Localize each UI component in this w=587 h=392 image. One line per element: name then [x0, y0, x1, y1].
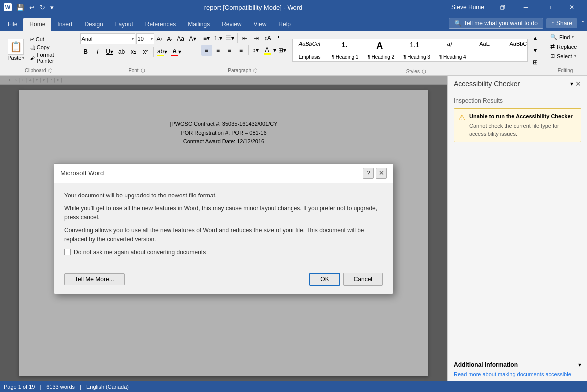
bold-button[interactable]: B [80, 46, 91, 57]
tab-insert[interactable]: Insert [51, 18, 78, 31]
strikethrough-button[interactable]: ab [116, 46, 127, 57]
styles-expand-icon[interactable]: ⬡ [422, 69, 426, 74]
tell-me-input[interactable]: 🔍 Tell me what you want to do [449, 18, 543, 29]
customize-quick-btn[interactable]: ▾ [49, 3, 55, 12]
style-h1[interactable]: A [362, 39, 397, 53]
doc-scroll[interactable]: │ 1 │ 2 │ 3 │ 4 │ 5 │ 6 │ 7 │ 8 │ |PWGSC… [0, 76, 447, 381]
style-h1-label[interactable]: ¶ Heading 1 [327, 53, 363, 61]
additional-header[interactable]: Additional Information ▾ [454, 361, 581, 368]
tab-mailings[interactable]: Mailings [182, 18, 216, 31]
close-btn[interactable]: ✕ [560, 0, 583, 15]
font-expand-icon[interactable]: ⬡ [141, 68, 145, 73]
paragraph-label: Paragraph ⬡ [201, 67, 285, 73]
font-name-selector[interactable]: Arial ▾ [80, 33, 135, 44]
paste-button[interactable]: 📋 Paste▾ [5, 38, 27, 62]
cut-button[interactable]: ✂ Cut [28, 36, 73, 43]
format-painter-button[interactable]: 🖌 Format Painter [28, 51, 73, 64]
collapse-ribbon-btn[interactable]: ⌃ [580, 20, 585, 27]
dialog-title-bar: Microsoft Word ? ✕ [54, 164, 393, 183]
style-emphasis[interactable]: AaBbCcI [293, 39, 327, 53]
align-center-btn[interactable]: ≡ [213, 45, 224, 56]
no-ask-checkbox[interactable] [64, 249, 71, 255]
additional-link[interactable]: Read more about making documents accessi… [454, 371, 581, 377]
style-h4-label[interactable]: ¶ Heading 4 [435, 53, 471, 61]
dialog-close-btn[interactable]: ✕ [376, 168, 387, 179]
save-quick-btn[interactable]: 💾 [15, 3, 26, 12]
select-button[interactable]: ⊡ Select ▾ [548, 52, 582, 60]
increase-font-btn[interactable]: A+ [155, 34, 164, 43]
styles-more-btn[interactable]: ⊞ [530, 57, 541, 68]
tab-layout[interactable]: Layout [109, 18, 139, 31]
decrease-indent-btn[interactable]: ⇤ [239, 33, 250, 44]
tab-file[interactable]: File [2, 18, 23, 31]
text-highlight-btn[interactable]: ab▾ [156, 46, 169, 57]
shading-btn[interactable]: A [262, 45, 273, 56]
style-a[interactable]: a) [432, 39, 467, 53]
numbering-btn[interactable]: 1.▾ [213, 33, 224, 44]
style-aae[interactable]: AaE [467, 39, 502, 53]
superscript-button[interactable]: x² [140, 46, 151, 57]
font-separator [153, 47, 154, 57]
panel-header: Accessibility Checker ▾ ✕ [448, 76, 587, 92]
tab-review[interactable]: Review [216, 18, 247, 31]
language: English (Canada) [86, 384, 129, 390]
increase-indent-btn[interactable]: ⇥ [251, 33, 262, 44]
clipboard-expand-icon[interactable]: ⬡ [48, 68, 53, 73]
find-button[interactable]: 🔍 Find ▾ [548, 33, 582, 41]
style-heading-num[interactable]: 1. [327, 39, 362, 53]
undo-quick-btn[interactable]: ↩ [28, 3, 36, 12]
font-color-btn[interactable]: A▾ [170, 46, 183, 57]
restore-down-btn[interactable] [491, 0, 514, 15]
style-h3-label[interactable]: ¶ Heading 3 [399, 53, 435, 61]
clipboard-right: ✂ Cut ⿻ Copy 🖌 Format Painter [28, 36, 73, 64]
dialog-help-btn[interactable]: ? [363, 168, 374, 179]
styles-down-btn[interactable]: ▼ [530, 45, 541, 56]
line-spacing-btn[interactable]: ↕▾ [250, 45, 261, 56]
redo-quick-btn[interactable]: ↻ [38, 3, 47, 12]
tab-help[interactable]: Help [272, 18, 296, 31]
decrease-font-btn[interactable]: A- [165, 34, 174, 43]
font-size-selector[interactable]: 10 ▾ [136, 33, 154, 44]
maximize-btn[interactable]: □ [537, 0, 560, 15]
style-h2-label[interactable]: ¶ Heading 2 [363, 53, 399, 61]
tab-design[interactable]: Design [78, 18, 109, 31]
styles-up-btn[interactable]: ▲ [530, 33, 541, 44]
paragraph-expand-icon[interactable]: ⬡ [253, 68, 258, 73]
copy-button[interactable]: ⿻ Copy [28, 44, 73, 51]
style-h11[interactable]: 1.1 [397, 39, 432, 53]
multilevel-btn[interactable]: ☰▾ [224, 33, 236, 44]
panel-dropdown-icon[interactable]: ▾ [570, 80, 573, 87]
title-bar-right: Steve Hume ─ □ ✕ [451, 0, 583, 15]
justify-btn[interactable]: ≡ [236, 45, 247, 56]
panel-body: Inspection Results ⚠ Unable to run the A… [448, 92, 587, 357]
tab-references[interactable]: References [139, 18, 182, 31]
sort-btn[interactable]: ↕A [262, 33, 273, 44]
style-emphasis-label[interactable]: Emphasis [293, 53, 327, 61]
tab-home[interactable]: Home [23, 18, 51, 31]
underline-button[interactable]: U▾ [104, 46, 115, 57]
share-button[interactable]: ↑ Share [546, 18, 577, 28]
ok-button[interactable]: OK [309, 273, 340, 286]
italic-button[interactable]: I [92, 46, 103, 57]
style-aabbcc[interactable]: AaBbCc [502, 39, 528, 53]
paragraph-group: ≡▾ 1.▾ ☰▾ ⇤ ⇥ ↕A ¶ ≡ ≡ ≡ ≡ ↕▾ A ▾ ⊞▾ [198, 32, 288, 74]
ribbon-toolbar: 📋 Paste▾ ✂ Cut ⿻ Copy 🖌 Format Painter [0, 31, 587, 76]
align-left-btn[interactable]: ≡ [201, 45, 212, 56]
minimize-btn[interactable]: ─ [514, 0, 537, 15]
borders-btn[interactable]: ⊞▾ [277, 45, 288, 56]
subscript-button[interactable]: x₂ [128, 46, 139, 57]
page-count: Page 1 of 19 [4, 384, 35, 390]
para-sep1 [237, 33, 238, 43]
document-area[interactable]: |PWGSC Contract #: 35035-161432/001/CY P… [0, 85, 447, 381]
clear-format-btn[interactable]: Aa [175, 33, 186, 44]
styles-row2: Emphasis ¶ Heading 1 ¶ Heading 2 ¶ Headi… [293, 53, 527, 61]
text-effects-btn[interactable]: A▾ [187, 33, 198, 44]
replace-button[interactable]: ⇄ Replace [548, 42, 582, 51]
align-right-btn[interactable]: ≡ [224, 45, 235, 56]
cancel-button[interactable]: Cancel [343, 273, 383, 286]
panel-close-btn[interactable]: ✕ [575, 80, 581, 88]
tell-me-more-button[interactable]: Tell Me More... [64, 273, 125, 285]
tab-view[interactable]: View [248, 18, 273, 31]
show-formatting-btn[interactable]: ¶ [274, 33, 285, 44]
bullets-btn[interactable]: ≡▾ [201, 33, 212, 44]
